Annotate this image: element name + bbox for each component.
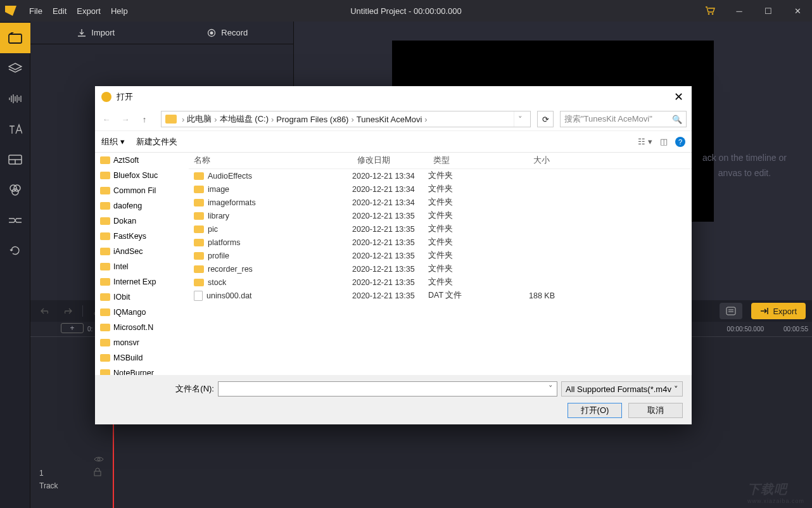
folder-icon	[165, 115, 177, 124]
search-icon: 🔍	[672, 115, 682, 124]
file-row[interactable]: AudioEffects2020-12-21 13:34文件夹	[189, 169, 692, 182]
svg-rect-20	[94, 471, 101, 476]
hint-text: ack on the timeline or anvas to edit.	[702, 151, 787, 181]
file-row[interactable]: unins000.dat2020-12-21 13:35DAT 文件188 KB	[189, 289, 692, 302]
new-folder-button[interactable]: 新建文件夹	[136, 136, 177, 148]
svg-rect-16	[726, 307, 735, 315]
redo-button[interactable]	[58, 303, 76, 319]
text-icon[interactable]	[0, 114, 30, 144]
tree-item[interactable]: AztSoft	[95, 153, 189, 168]
svg-rect-3	[9, 34, 22, 43]
tree-item[interactable]: Internet Exp	[95, 274, 189, 289]
tree-item[interactable]: Common Fil	[95, 183, 189, 198]
record-tab[interactable]: Record	[162, 22, 294, 44]
nav-back-icon[interactable]: ←	[100, 115, 113, 124]
close-button[interactable]: ✕	[783, 0, 812, 22]
animation-icon[interactable]	[0, 236, 30, 266]
file-row[interactable]: imageformats2020-12-21 13:34文件夹	[189, 196, 692, 209]
svg-point-9	[12, 189, 18, 195]
track-lock-icon[interactable]	[94, 467, 104, 476]
properties-button[interactable]	[720, 303, 742, 319]
open-button[interactable]: 打开(O)	[568, 403, 622, 418]
cancel-button[interactable]: 取消	[628, 403, 683, 418]
dialog-nav: ← → ↑ › 此电脑› 本地磁盘 (C:)› Program Files (x…	[95, 108, 692, 130]
breadcrumb[interactable]: › 此电脑› 本地磁盘 (C:)› Program Files (x86)› T…	[161, 111, 531, 127]
tree-item[interactable]: Dokan	[95, 213, 189, 229]
svg-point-19	[98, 458, 100, 460]
nav-up-icon[interactable]: ↑	[138, 115, 151, 124]
dialog-toolbar: 组织 ▾ 新建文件夹 ☷ ▾ ◫ ?	[95, 130, 692, 152]
file-row[interactable]: pic2020-12-21 13:35文件夹	[189, 222, 692, 236]
filters-icon[interactable]	[0, 175, 30, 205]
svg-point-8	[14, 185, 20, 191]
main-menu: File Edit Export Help	[22, 6, 136, 16]
tree-item[interactable]: monsvr	[95, 335, 189, 350]
tree-item[interactable]: IObit	[95, 289, 189, 305]
track-label: 1 Track	[39, 469, 58, 490]
transition-icon[interactable]	[0, 205, 30, 236]
layers-icon[interactable]	[0, 53, 30, 84]
media-tab-icon[interactable]	[0, 23, 30, 53]
track-visibility-icon[interactable]	[94, 456, 104, 462]
filename-label: 文件名(N):	[104, 383, 214, 395]
svg-point-2	[712, 13, 714, 15]
window-title: Untitled Project - 00:00:00.000	[350, 6, 462, 16]
menu-file[interactable]: File	[29, 6, 42, 16]
tree-item[interactable]: iAndSec	[95, 244, 189, 259]
organize-button[interactable]: 组织 ▾	[101, 136, 125, 148]
file-row[interactable]: stock2020-12-21 13:35文件夹	[189, 276, 692, 289]
tree-item[interactable]: Microsoft.N	[95, 320, 189, 335]
tree-item[interactable]: Bluefox Stuc	[95, 168, 189, 183]
view-mode-button[interactable]: ☷ ▾	[638, 137, 652, 146]
tree-item[interactable]: NoteBurner	[95, 365, 189, 375]
tree-item[interactable]: FastKeys	[95, 229, 189, 244]
export-button[interactable]: Export	[751, 303, 806, 319]
app-logo-icon	[0, 0, 22, 22]
audio-icon[interactable]	[0, 84, 30, 114]
svg-point-11	[210, 31, 213, 34]
record-label: Record	[221, 28, 248, 37]
record-icon	[207, 29, 216, 37]
file-row[interactable]: profile2020-12-21 13:35文件夹	[189, 249, 692, 262]
file-row[interactable]: image2020-12-21 13:34文件夹	[189, 182, 692, 196]
column-headers[interactable]: 名称 修改日期 类型 大小	[189, 153, 692, 169]
minimize-button[interactable]: ─	[725, 0, 754, 22]
dialog-close-button[interactable]: ✕	[671, 90, 685, 104]
add-track-button[interactable]: +	[61, 323, 84, 333]
tree-item[interactable]: Intel	[95, 259, 189, 274]
titlebar: File Edit Export Help Untitled Project -…	[0, 0, 812, 22]
svg-marker-0	[5, 6, 16, 16]
dialog-titlebar: 打开 ✕	[95, 86, 692, 108]
file-open-dialog: 打开 ✕ ← → ↑ › 此电脑› 本地磁盘 (C:)› Program Fil…	[95, 86, 692, 424]
file-filter-select[interactable]: All Supported Formats(*.m4v˅	[561, 381, 683, 397]
preview-pane-button[interactable]: ◫	[660, 137, 668, 146]
dialog-title: 打开	[117, 91, 133, 103]
import-label: Import	[91, 28, 115, 37]
search-input[interactable]: 搜索"TunesKit AceMovi" 🔍	[560, 111, 687, 127]
folder-tree[interactable]: AztSoftBluefox StucCommon FildaofengDoka…	[95, 153, 189, 375]
menu-export[interactable]: Export	[77, 6, 101, 16]
dialog-footer: 文件名(N): ˅ All Supported Formats(*.m4v˅ 打…	[95, 375, 692, 424]
breadcrumb-dropdown-icon[interactable]: ˅	[514, 111, 526, 127]
export-icon	[760, 307, 769, 315]
import-tab[interactable]: Import	[30, 22, 162, 44]
tree-item[interactable]: IQMango	[95, 305, 189, 320]
file-list[interactable]: 名称 修改日期 类型 大小 AudioEffects2020-12-21 13:…	[189, 153, 692, 375]
dialog-app-icon	[101, 92, 111, 102]
tree-item[interactable]: MSBuild	[95, 350, 189, 365]
filename-input[interactable]: ˅	[218, 381, 557, 397]
file-row[interactable]: platforms2020-12-21 13:35文件夹	[189, 236, 692, 249]
nav-forward-icon[interactable]: →	[119, 115, 132, 124]
elements-icon[interactable]	[0, 144, 30, 175]
maximize-button[interactable]: ☐	[754, 0, 783, 22]
help-icon[interactable]: ?	[675, 137, 685, 147]
import-icon	[77, 29, 86, 37]
refresh-button[interactable]: ⟳	[537, 111, 554, 127]
undo-button[interactable]	[37, 303, 54, 319]
tree-item[interactable]: daofeng	[95, 198, 189, 213]
menu-edit[interactable]: Edit	[53, 6, 67, 16]
menu-help[interactable]: Help	[111, 6, 128, 16]
file-row[interactable]: recorder_res2020-12-21 13:35文件夹	[189, 262, 692, 276]
cart-icon[interactable]	[695, 0, 725, 22]
file-row[interactable]: library2020-12-21 13:35文件夹	[189, 209, 692, 222]
